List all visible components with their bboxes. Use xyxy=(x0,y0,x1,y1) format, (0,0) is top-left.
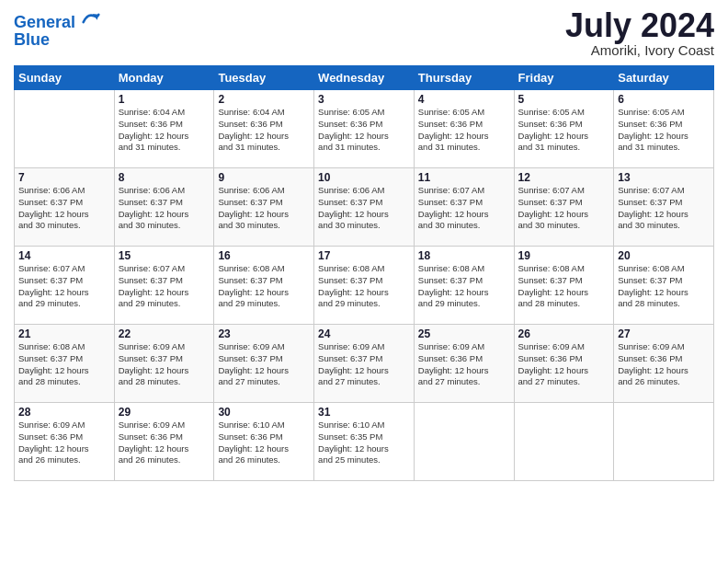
day-info: Sunrise: 6:05 AMSunset: 6:36 PMDaylight:… xyxy=(518,107,610,154)
day-info-line: Sunset: 6:36 PM xyxy=(119,431,210,443)
day-info-line: Daylight: 12 hours xyxy=(318,287,410,299)
day-number: 6 xyxy=(618,93,710,106)
day-info: Sunrise: 6:06 AMSunset: 6:37 PMDaylight:… xyxy=(18,185,110,232)
day-number: 29 xyxy=(119,406,210,419)
day-number: 7 xyxy=(18,171,110,184)
calendar-cell: 10Sunrise: 6:06 AMSunset: 6:37 PMDayligh… xyxy=(314,168,415,247)
day-info: Sunrise: 6:04 AMSunset: 6:36 PMDaylight:… xyxy=(119,107,210,154)
day-info-line: Sunrise: 6:05 AM xyxy=(318,107,410,119)
day-info-line: Sunrise: 6:08 AM xyxy=(318,263,410,275)
week-row-1: 1Sunrise: 6:04 AMSunset: 6:36 PMDaylight… xyxy=(15,90,714,168)
day-info-line: and 31 minutes. xyxy=(418,142,510,154)
calendar-cell: 9Sunrise: 6:06 AMSunset: 6:37 PMDaylight… xyxy=(214,168,314,247)
day-info-line: Sunrise: 6:05 AM xyxy=(618,107,710,119)
day-info-line: Sunset: 6:36 PM xyxy=(218,431,310,443)
day-info-line: Sunrise: 6:09 AM xyxy=(318,341,410,353)
calendar-table: SundayMondayTuesdayWednesdayThursdayFrid… xyxy=(14,65,714,481)
day-info-line: and 27 minutes. xyxy=(418,376,510,388)
day-info-line: Daylight: 12 hours xyxy=(119,365,210,377)
day-info-line: Sunrise: 6:09 AM xyxy=(119,341,210,353)
day-number: 2 xyxy=(218,93,310,106)
day-number: 21 xyxy=(18,327,110,340)
weekday-header-wednesday: Wednesday xyxy=(314,66,415,90)
day-number: 4 xyxy=(418,93,510,106)
day-info-line: Daylight: 12 hours xyxy=(119,131,210,143)
day-info-line: Sunrise: 6:10 AM xyxy=(218,419,310,431)
day-info-line: Daylight: 12 hours xyxy=(18,209,110,221)
day-info-line: Daylight: 12 hours xyxy=(418,209,510,221)
week-row-4: 21Sunrise: 6:08 AMSunset: 6:37 PMDayligh… xyxy=(15,325,714,403)
day-info-line: and 31 minutes. xyxy=(618,142,710,154)
day-info-line: Sunrise: 6:08 AM xyxy=(518,263,610,275)
day-number: 28 xyxy=(18,406,110,419)
day-info-line: Sunset: 6:36 PM xyxy=(418,119,510,131)
logo: General Blue xyxy=(14,9,100,50)
day-number: 30 xyxy=(218,406,310,419)
day-info-line: and 29 minutes. xyxy=(318,298,410,310)
day-info-line: Sunrise: 6:06 AM xyxy=(18,185,110,197)
calendar-cell: 25Sunrise: 6:09 AMSunset: 6:36 PMDayligh… xyxy=(414,325,514,403)
day-info: Sunrise: 6:08 AMSunset: 6:37 PMDaylight:… xyxy=(418,263,510,310)
calendar-cell: 22Sunrise: 6:09 AMSunset: 6:37 PMDayligh… xyxy=(114,325,214,403)
logo-icon xyxy=(82,9,100,28)
day-number: 20 xyxy=(618,249,710,262)
calendar-cell: 16Sunrise: 6:08 AMSunset: 6:37 PMDayligh… xyxy=(214,247,314,325)
day-number: 26 xyxy=(518,327,610,340)
calendar-cell: 14Sunrise: 6:07 AMSunset: 6:37 PMDayligh… xyxy=(15,247,115,325)
day-number: 12 xyxy=(518,171,610,184)
day-info-line: and 26 minutes. xyxy=(618,376,710,388)
day-info-line: Sunset: 6:37 PM xyxy=(18,197,110,209)
day-info-line: and 30 minutes. xyxy=(218,220,310,232)
day-info-line: Daylight: 12 hours xyxy=(119,209,210,221)
calendar-cell: 6Sunrise: 6:05 AMSunset: 6:36 PMDaylight… xyxy=(614,90,714,168)
day-info-line: Sunrise: 6:09 AM xyxy=(18,419,110,431)
day-info-line: Daylight: 12 hours xyxy=(218,131,310,143)
day-info-line: Sunset: 6:37 PM xyxy=(218,353,310,365)
day-info: Sunrise: 6:10 AMSunset: 6:36 PMDaylight:… xyxy=(218,419,310,466)
day-info: Sunrise: 6:05 AMSunset: 6:36 PMDaylight:… xyxy=(318,107,410,154)
day-info-line: Daylight: 12 hours xyxy=(119,287,210,299)
day-info: Sunrise: 6:04 AMSunset: 6:36 PMDaylight:… xyxy=(218,107,310,154)
day-number: 10 xyxy=(318,171,410,184)
day-info-line: Daylight: 12 hours xyxy=(618,131,710,143)
day-info-line: Daylight: 12 hours xyxy=(518,287,610,299)
day-info-line: and 30 minutes. xyxy=(418,220,510,232)
day-info: Sunrise: 6:09 AMSunset: 6:36 PMDaylight:… xyxy=(518,341,610,388)
day-info-line: Sunrise: 6:09 AM xyxy=(119,419,210,431)
day-info-line: Sunrise: 6:09 AM xyxy=(518,341,610,353)
weekday-header-friday: Friday xyxy=(514,66,614,90)
week-row-2: 7Sunrise: 6:06 AMSunset: 6:37 PMDaylight… xyxy=(15,168,714,247)
day-number: 24 xyxy=(318,327,410,340)
day-info: Sunrise: 6:07 AMSunset: 6:37 PMDaylight:… xyxy=(618,185,710,232)
day-info-line: Sunrise: 6:09 AM xyxy=(418,341,510,353)
week-row-5: 28Sunrise: 6:09 AMSunset: 6:36 PMDayligh… xyxy=(15,403,714,481)
calendar-cell: 4Sunrise: 6:05 AMSunset: 6:36 PMDaylight… xyxy=(414,90,514,168)
calendar-cell: 13Sunrise: 6:07 AMSunset: 6:37 PMDayligh… xyxy=(614,168,714,247)
day-info: Sunrise: 6:07 AMSunset: 6:37 PMDaylight:… xyxy=(418,185,510,232)
day-info-line: Sunrise: 6:04 AM xyxy=(218,107,310,119)
day-info-line: Daylight: 12 hours xyxy=(218,287,310,299)
day-info: Sunrise: 6:06 AMSunset: 6:37 PMDaylight:… xyxy=(218,185,310,232)
day-info-line: Daylight: 12 hours xyxy=(318,131,410,143)
weekday-header-tuesday: Tuesday xyxy=(214,66,314,90)
day-info-line: Sunrise: 6:09 AM xyxy=(618,341,710,353)
weekday-header-thursday: Thursday xyxy=(414,66,514,90)
day-info-line: Sunset: 6:36 PM xyxy=(119,119,210,131)
day-info-line: Sunrise: 6:08 AM xyxy=(18,341,110,353)
day-info-line: Sunset: 6:37 PM xyxy=(18,353,110,365)
day-info-line: Sunrise: 6:04 AM xyxy=(119,107,210,119)
day-info-line: Daylight: 12 hours xyxy=(418,287,510,299)
day-info-line: Daylight: 12 hours xyxy=(618,287,710,299)
day-info-line: Sunset: 6:37 PM xyxy=(218,275,310,287)
day-info-line: Sunset: 6:36 PM xyxy=(418,353,510,365)
day-info-line: and 27 minutes. xyxy=(218,376,310,388)
day-info-line: Sunset: 6:36 PM xyxy=(318,119,410,131)
weekday-header-saturday: Saturday xyxy=(614,66,714,90)
day-info-line: and 26 minutes. xyxy=(119,454,210,466)
day-info-line: Sunset: 6:37 PM xyxy=(518,275,610,287)
day-info-line: Sunrise: 6:06 AM xyxy=(119,185,210,197)
day-number: 17 xyxy=(318,249,410,262)
day-number: 11 xyxy=(418,171,510,184)
day-number: 14 xyxy=(18,249,110,262)
calendar-cell: 3Sunrise: 6:05 AMSunset: 6:36 PMDaylight… xyxy=(314,90,415,168)
